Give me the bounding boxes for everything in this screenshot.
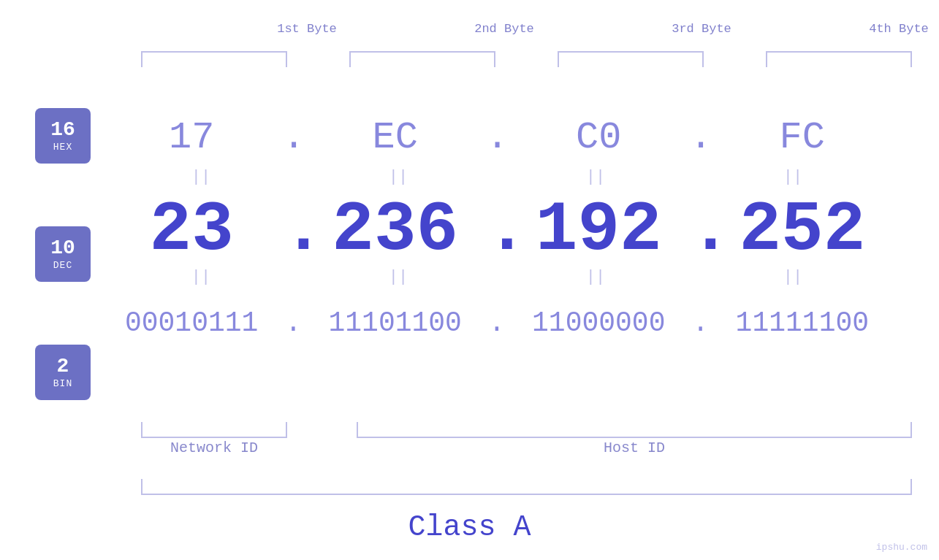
byte4-label: 4th Byte <box>811 22 939 36</box>
bin-badge-label: BIN <box>53 378 72 389</box>
bin-dot-2: . <box>486 307 508 339</box>
dec-row: 23 . 236 . 192 . 252 <box>102 193 906 266</box>
hex-cell-3: C0 <box>511 116 686 159</box>
eq1-2: || <box>311 168 486 186</box>
dec-dot-1: . <box>282 191 304 270</box>
dec-cell-4: 252 <box>715 191 890 270</box>
hex-badge-label: HEX <box>53 142 72 153</box>
network-bracket <box>141 422 287 438</box>
bin-cell-2: 11101100 <box>308 307 483 339</box>
eq1-1: || <box>113 168 289 186</box>
bracket-3 <box>558 51 704 67</box>
hex-badge-number: 16 <box>50 119 75 142</box>
dec-val-3: 192 <box>536 191 662 270</box>
hex-cell-2: EC <box>308 116 483 159</box>
eq2-2: || <box>311 268 486 286</box>
hex-cell-1: 17 <box>104 116 279 159</box>
class-bracket <box>141 479 912 495</box>
hex-dot-1: . <box>282 116 304 159</box>
equals-row-1: || || || || <box>102 168 892 186</box>
hex-badge: 16 HEX <box>35 108 91 164</box>
byte3-label: 3rd Byte <box>614 22 789 36</box>
bin-row: 00010111 . 11101100 . 11000000 . 1111110… <box>102 294 906 352</box>
eq2-4: || <box>705 268 881 286</box>
eq2-3: || <box>508 268 683 286</box>
hex-row: 17 . EC . C0 . FC <box>102 108 906 166</box>
dec-badge-label: DEC <box>53 260 72 271</box>
byte1-label: 1st Byte <box>219 22 395 36</box>
bin-badge: 2 BIN <box>35 345 91 400</box>
hex-val-3: C0 <box>576 116 621 159</box>
bin-val-4: 11111100 <box>736 307 869 339</box>
dec-dot-3: . <box>690 191 712 270</box>
eq2-1: || <box>113 268 289 286</box>
eq1-3: || <box>508 168 683 186</box>
dec-cells: 23 . 236 . 192 . 252 <box>102 191 892 270</box>
bin-dot-1: . <box>282 307 304 339</box>
bracket-2 <box>349 51 495 67</box>
hex-val-2: EC <box>372 116 417 159</box>
bin-val-1: 00010111 <box>125 307 258 339</box>
dec-val-2: 236 <box>332 191 458 270</box>
bracket-1 <box>141 51 287 67</box>
bin-cell-4: 11111100 <box>715 307 890 339</box>
hex-cell-4: FC <box>715 116 890 159</box>
bottom-brackets <box>141 422 912 438</box>
content-area: 17 . EC . C0 . FC || || || || <box>102 73 906 352</box>
equals-row-2: || || || || <box>102 268 892 286</box>
bin-val-2: 11101100 <box>328 307 461 339</box>
header-row: 1st Byte 2nd Byte 3rd Byte 4th Byte <box>208 16 939 36</box>
hex-val-1: 17 <box>169 116 214 159</box>
bin-dot-3: . <box>690 307 712 339</box>
bracket-4 <box>766 51 912 67</box>
dec-dot-2: . <box>486 191 508 270</box>
main-container: 16 HEX 10 DEC 2 BIN 1st Byte 2nd Byte 3r… <box>0 0 939 560</box>
dec-cell-3: 192 <box>511 191 686 270</box>
dec-val-1: 23 <box>150 191 234 270</box>
byte2-label: 2nd Byte <box>417 22 592 36</box>
watermark: ipshu.com <box>876 542 927 553</box>
class-label: Class A <box>0 511 939 544</box>
dec-badge: 10 DEC <box>35 226 91 282</box>
network-id-label: Network ID <box>141 440 287 456</box>
bin-cell-3: 11000000 <box>511 307 686 339</box>
bin-val-3: 11000000 <box>532 307 665 339</box>
bin-badge-number: 2 <box>57 356 69 378</box>
hex-dot-2: . <box>486 116 508 159</box>
host-bracket <box>357 422 912 438</box>
dec-badge-number: 10 <box>50 237 75 260</box>
hex-dot-3: . <box>690 116 712 159</box>
dec-cell-2: 236 <box>308 191 483 270</box>
id-labels: Network ID Host ID <box>141 440 912 456</box>
bin-cell-1: 00010111 <box>104 307 279 339</box>
top-brackets <box>141 51 912 67</box>
hex-cells: 17 . EC . C0 . FC <box>102 116 892 159</box>
eq1-4: || <box>705 168 881 186</box>
host-id-label: Host ID <box>357 440 912 456</box>
bin-cells: 00010111 . 11101100 . 11000000 . 1111110… <box>102 307 892 339</box>
hex-val-4: FC <box>780 116 825 159</box>
dec-cell-1: 23 <box>104 191 279 270</box>
dec-val-4: 252 <box>739 191 865 270</box>
